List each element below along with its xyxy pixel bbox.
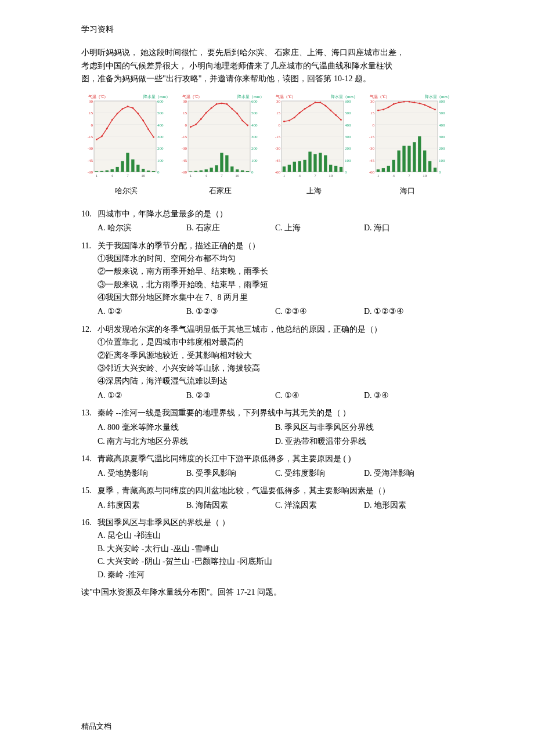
option-b: B. 大兴安岭 -太行山 -巫山 -雪峰山 [98, 542, 453, 555]
svg-text:0: 0 [91, 122, 93, 127]
svg-text:400: 400 [345, 122, 351, 127]
svg-point-44 [137, 113, 139, 114]
svg-point-192 [377, 109, 379, 111]
option-c: C. 上海 [275, 222, 364, 234]
question-12: 12. 小明发现哈尔滨的冬季气温明显低于其他三城市，他总结的原因，正确的是（） … [81, 323, 453, 402]
question-text: 四城市中，年降水总量最多的是（） [98, 208, 453, 220]
svg-point-95 [226, 103, 228, 105]
option-a: A. ①② [98, 389, 186, 402]
svg-text:7: 7 [221, 173, 223, 178]
svg-text:600: 600 [157, 99, 164, 104]
sub-statement: ③一般来说，北方雨季开始晚、结束早，雨季短 [98, 278, 453, 291]
svg-text:降水量（mm）: 降水量（mm） [425, 95, 452, 99]
question-text: 夏季，青藏高原与同纬度的四川盆地比较，气温要低得多，其主要影响因素是（） [98, 484, 453, 497]
svg-rect-138 [334, 165, 337, 171]
svg-rect-183 [392, 160, 395, 171]
svg-point-42 [127, 106, 129, 107]
svg-point-88 [190, 126, 192, 128]
question-number: 13. [81, 407, 98, 419]
chart-city-label: 哈尔滨 [81, 185, 171, 197]
svg-text:-45: -45 [88, 158, 93, 162]
svg-text:-30: -30 [181, 146, 187, 151]
svg-point-93 [215, 103, 217, 105]
svg-text:0: 0 [251, 170, 254, 175]
svg-text:降水量（mm）: 降水量（mm） [143, 95, 170, 99]
svg-text:1: 1 [283, 173, 286, 178]
svg-point-90 [200, 118, 202, 120]
svg-rect-35 [152, 171, 155, 172]
option-d: D. ③④ [364, 389, 453, 402]
sub-statement: ④深居内陆，海洋暖湿气流难以到达 [98, 375, 453, 388]
svg-rect-86 [241, 170, 244, 171]
chart-haikou: 30150-15-30-45-606005004003002001000气温（℃… [363, 93, 453, 197]
svg-rect-133 [309, 151, 312, 172]
svg-point-99 [247, 124, 248, 126]
sub-statement: ④我国大部分地区降水集中在 7、8 两月里 [98, 291, 453, 304]
svg-text:0: 0 [439, 170, 441, 175]
svg-rect-81 [215, 165, 218, 171]
svg-text:气温（℃）: 气温（℃） [370, 95, 389, 99]
svg-point-98 [241, 120, 243, 121]
svg-text:30: 30 [276, 99, 281, 104]
svg-text:7: 7 [408, 173, 410, 178]
option-c: C. 受纬度影响 [275, 467, 364, 480]
chart-shijiazhuang: 30150-15-30-45-606005004003002001000气温（℃… [175, 93, 265, 197]
sub-statement: ①位置靠北，是四城市中纬度相对最高的 [98, 336, 453, 349]
svg-text:7: 7 [127, 173, 129, 178]
question-text: 小明发现哈尔滨的冬季气温明显低于其他三城市，他总结的原因，正确的是（） [98, 323, 453, 336]
page-header: 学习资料 [81, 23, 453, 36]
svg-rect-83 [225, 155, 228, 171]
svg-point-94 [221, 102, 222, 104]
option-b: B. 季风区与非季风区分界线 [275, 421, 453, 434]
option-b: B. 石家庄 [186, 222, 275, 234]
svg-rect-82 [220, 153, 223, 172]
svg-text:300: 300 [157, 135, 164, 139]
question-15: 15. 夏季，青藏高原与同纬度的四川盆地比较，气温要低得多，其主要影响因素是（）… [81, 484, 453, 512]
svg-text:600: 600 [251, 99, 258, 104]
chart-city-label: 石家庄 [175, 185, 265, 197]
svg-text:500: 500 [157, 111, 164, 115]
svg-rect-78 [199, 170, 202, 171]
svg-rect-130 [293, 161, 296, 171]
svg-point-40 [117, 113, 118, 114]
svg-text:4: 4 [392, 173, 395, 178]
option-a: A. 800 毫米等降水量线 [98, 421, 275, 434]
question-number: 14. [81, 453, 98, 465]
svg-point-202 [429, 106, 431, 108]
svg-text:-60: -60 [181, 170, 187, 175]
option-b: B. ②③ [186, 389, 275, 402]
svg-rect-185 [402, 146, 405, 172]
svg-rect-24 [95, 171, 98, 172]
svg-text:-45: -45 [181, 158, 187, 162]
svg-text:1: 1 [96, 173, 98, 178]
svg-text:200: 200 [251, 146, 258, 151]
svg-point-198 [409, 101, 410, 103]
svg-point-144 [304, 108, 306, 110]
svg-text:600: 600 [439, 99, 445, 104]
svg-point-195 [393, 103, 395, 105]
svg-rect-128 [283, 166, 286, 171]
svg-point-96 [231, 108, 233, 110]
svg-text:400: 400 [439, 122, 445, 127]
svg-text:-45: -45 [275, 158, 281, 162]
svg-rect-139 [340, 167, 342, 171]
svg-rect-188 [418, 136, 421, 172]
svg-text:降水量（mm）: 降水量（mm） [331, 95, 358, 99]
svg-point-141 [288, 120, 290, 121]
svg-text:-30: -30 [275, 146, 281, 151]
svg-text:-60: -60 [275, 170, 281, 175]
svg-rect-77 [194, 171, 197, 171]
svg-rect-34 [147, 171, 150, 172]
svg-text:-15: -15 [181, 135, 187, 139]
svg-text:-45: -45 [369, 158, 375, 162]
svg-rect-129 [288, 164, 291, 171]
svg-point-146 [315, 102, 316, 103]
svg-rect-181 [382, 168, 385, 171]
svg-text:降水量（mm）: 降水量（mm） [237, 95, 264, 99]
chart-city-label: 上海 [269, 185, 359, 197]
svg-text:-15: -15 [369, 135, 375, 139]
svg-rect-180 [377, 169, 380, 171]
svg-point-193 [383, 108, 384, 110]
svg-point-147 [320, 102, 322, 103]
svg-text:0: 0 [345, 170, 347, 175]
